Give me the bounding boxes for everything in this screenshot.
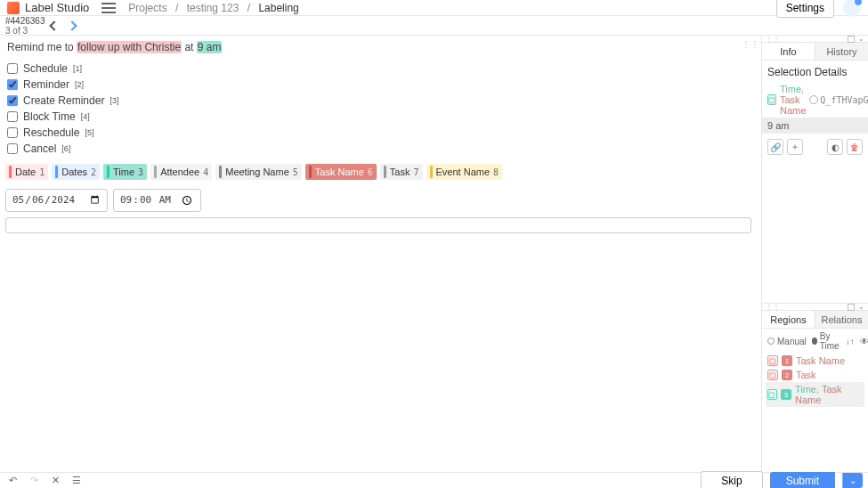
panel-strip-bottom: ⋮⋮ ⌄ <box>762 304 868 311</box>
expand-icon[interactable] <box>848 304 855 311</box>
check-hotkey: [4] <box>81 112 90 121</box>
label-hotkey: 6 <box>368 167 373 177</box>
region-badge-icon: ▢ <box>767 389 777 400</box>
region-item[interactable]: ▢1Task Name <box>766 354 864 368</box>
region-label: Task <box>796 370 816 380</box>
region-number: 1 <box>782 355 792 366</box>
menu-icon[interactable] <box>101 3 116 13</box>
plus-icon[interactable]: ＋ <box>787 139 803 155</box>
check-reschedule: Reschedule[5] <box>7 126 756 139</box>
tab-regions[interactable]: Regions <box>762 311 815 328</box>
label-hotkey: 5 <box>293 167 298 177</box>
label-date[interactable]: Date1 <box>5 164 48 180</box>
label-text: Attendee <box>160 167 199 177</box>
task-id-block: #4426363 3 of 3 <box>5 16 45 36</box>
label-dates[interactable]: Dates2 <box>52 164 100 180</box>
label-hotkey: 2 <box>91 167 96 177</box>
tab-info[interactable]: Info <box>762 43 815 60</box>
annotation-sentence: Remind me to follow up with Christie at … <box>7 41 756 53</box>
delete-icon[interactable]: 🗑 <box>847 139 863 155</box>
label-text: Event Name <box>436 167 491 177</box>
task-position: 3 of 3 <box>5 26 45 36</box>
checkbox[interactable] <box>7 79 18 90</box>
prev-task-button[interactable] <box>45 19 63 33</box>
region-badge-icon: ▢ <box>767 370 778 380</box>
intent-checklist: Schedule[1]Reminder[2]Create Reminder[3]… <box>7 62 756 155</box>
label-task[interactable]: Task7 <box>380 164 423 180</box>
label-time[interactable]: Time3 <box>103 164 147 180</box>
region-label: Time, Task Name <box>795 384 863 405</box>
visibility-icon[interactable]: ◐ <box>827 139 843 155</box>
sort-by-time[interactable]: By Time↓↑ <box>812 331 855 351</box>
label-text: Task Name <box>315 167 364 177</box>
label-text: Time <box>113 167 134 177</box>
check-hotkey: [3] <box>110 96 118 105</box>
check-label: Reschedule <box>23 126 79 139</box>
undo-icon[interactable]: ↶ <box>5 475 20 487</box>
link-icon[interactable]: 🔗 <box>767 139 783 155</box>
avatar[interactable] <box>843 0 861 17</box>
region-item[interactable]: ▢3Time, Task Name <box>766 382 864 407</box>
check-cancel: Cancel[6] <box>7 142 756 155</box>
label-text: Date <box>15 167 36 177</box>
checkbox[interactable] <box>7 95 18 106</box>
label-text: Dates <box>61 167 87 177</box>
label-task-name[interactable]: Task Name6 <box>305 164 377 180</box>
id-ring-icon <box>809 95 818 104</box>
settings-button[interactable]: Settings <box>776 0 834 18</box>
label-attendee[interactable]: Attendee4 <box>150 164 212 180</box>
settings-sliders-icon[interactable]: ☰ <box>69 475 84 487</box>
grip-icon[interactable]: ⋮⋮ <box>766 35 780 43</box>
crumb-projects[interactable]: Projects <box>128 2 166 14</box>
submit-button[interactable]: Submit <box>770 472 835 489</box>
collapse-icon[interactable]: ⌄ <box>858 35 864 43</box>
skip-button[interactable]: Skip <box>701 471 762 489</box>
check-hotkey: [5] <box>85 128 93 137</box>
check-label: Block Time <box>23 110 76 123</box>
next-task-button[interactable] <box>63 19 81 33</box>
tab-relations[interactable]: Relations <box>815 311 868 328</box>
checkbox[interactable] <box>7 127 18 138</box>
region-item[interactable]: ▢2Task <box>766 368 864 382</box>
label-hotkey: 3 <box>138 167 143 177</box>
close-icon[interactable]: ✕ <box>48 475 62 487</box>
sentence-mid: at <box>182 41 197 53</box>
span-time[interactable]: 9 am <box>197 41 223 53</box>
sentence-pre: Remind me to <box>7 41 77 53</box>
drag-handle-icon[interactable]: ⋮⋮ <box>742 39 759 49</box>
date-input[interactable] <box>5 189 108 212</box>
selection-id: Q_fTHVapGV <box>809 95 868 105</box>
region-number: 3 <box>781 389 791 400</box>
sort-manual[interactable]: Manual <box>767 337 807 346</box>
tab-history[interactable]: History <box>815 43 868 60</box>
checkbox[interactable] <box>7 111 18 122</box>
breadcrumb: Projects / testing 123 / Labeling <box>128 2 299 14</box>
crumb-project[interactable]: testing 123 <box>187 2 239 14</box>
time-input[interactable] <box>113 189 201 212</box>
logo <box>7 2 20 14</box>
check-label: Reminder <box>23 78 69 91</box>
check-hotkey: [1] <box>73 64 82 73</box>
label-event-name[interactable]: Event Name8 <box>426 164 503 180</box>
check-hotkey: [2] <box>75 80 84 89</box>
check-schedule: Schedule[1] <box>7 62 756 75</box>
span-task-name[interactable]: follow up with Christie <box>77 41 182 53</box>
expand-icon[interactable] <box>848 36 855 43</box>
selection-labels: Time, Task Name <box>780 84 806 116</box>
sort-direction-icon[interactable]: ↓↑ <box>846 337 855 346</box>
checkbox[interactable] <box>7 143 18 154</box>
checkbox[interactable] <box>7 63 18 74</box>
submit-dropdown[interactable]: ⌄ <box>842 473 863 488</box>
check-label: Schedule <box>23 62 68 75</box>
label-hotkey: 8 <box>493 167 499 177</box>
visibility-toggle-icon[interactable]: 👁 <box>860 337 868 346</box>
panel-strip-top: ⋮⋮ ⌄ <box>762 36 868 43</box>
label-text: Task <box>390 167 410 177</box>
label-meeting-name[interactable]: Meeting Name5 <box>215 164 302 180</box>
check-block-time: Block Time[4] <box>7 110 756 123</box>
label-toolbar: Date1Dates2Time3Attendee4Meeting Name5Ta… <box>5 164 756 180</box>
text-area[interactable] <box>5 217 751 233</box>
grip-icon[interactable]: ⋮⋮ <box>766 303 780 311</box>
collapse-icon[interactable]: ⌄ <box>858 303 864 311</box>
region-badge-icon: ▢ <box>767 355 778 366</box>
